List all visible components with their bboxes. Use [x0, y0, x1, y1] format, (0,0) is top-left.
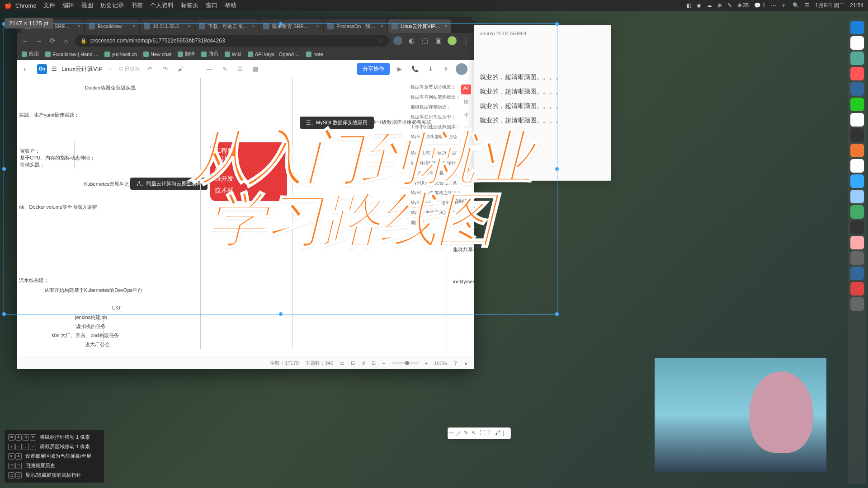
time-label[interactable]: 21:54 — [850, 2, 863, 9]
status-icon[interactable]: 💬 1 — [754, 2, 765, 9]
mindmap-node[interactable]: 集群共享存储 — [453, 246, 474, 253]
bookmark-item[interactable]: Excalidraw | Hand-... — [45, 52, 98, 57]
menu-icon[interactable]: ⋮ — [461, 36, 470, 45]
mindmap-node[interactable]: inotify/sersync — [453, 279, 474, 284]
sb-icon[interactable]: ⊕ — [361, 360, 365, 366]
tab[interactable]: 下载 - 可道云-私有云存储&...× — [195, 19, 259, 33]
mindmap-node[interactable]: Docker容器企业级实战 — [85, 84, 136, 91]
tab-active[interactable]: Linux云计算VIP-ProcessOn× — [388, 19, 451, 33]
bookmark-item[interactable]: API keys - OpenAI... — [248, 52, 300, 57]
text-icon[interactable]: T — [487, 430, 495, 437]
mindmap-node[interactable]: 从零开始构建基于Kubernetes的DevOps平台 — [44, 287, 142, 294]
tool-icon[interactable]: — — [204, 64, 215, 75]
bookmark-item[interactable]: 应用 — [22, 51, 39, 57]
line-icon[interactable]: ／ — [456, 430, 463, 437]
mindmap-node-box[interactable]: 三、MySQL数据库实战应用 — [300, 117, 374, 129]
dock-app[interactable] — [850, 21, 864, 34]
sb-icon[interactable]: ？ — [453, 360, 458, 366]
apple-icon[interactable]: 🍎 — [5, 2, 12, 9]
send-icon[interactable]: ✈ — [440, 64, 451, 75]
menu-file[interactable]: 文件 — [43, 1, 55, 9]
dock-app[interactable] — [850, 251, 864, 265]
pen-icon[interactable]: ✎ — [464, 430, 471, 437]
control-center-icon[interactable]: ☰ — [805, 2, 810, 9]
forward-button[interactable]: → — [34, 36, 43, 45]
menu-tabs[interactable]: 标签页 — [181, 1, 198, 9]
tool-icon[interactable]: ⬚ — [461, 125, 471, 135]
dock-app[interactable] — [850, 190, 864, 203]
mindmap-node[interactable]: nk、Docker volume等全面深入讲解 — [19, 204, 97, 211]
sb-icon[interactable]: 🗂 — [340, 361, 344, 366]
mindmap-node[interactable]: 署账户； 基于CPU、内存的指标动态伸缩； 存储实践； — [20, 148, 95, 168]
tool-icon[interactable]: ▦ — [250, 64, 261, 75]
mindmap-node[interactable]: jenkins构建job — [75, 314, 107, 321]
zoom-slider[interactable] — [392, 362, 419, 364]
dock-app[interactable] — [850, 267, 864, 280]
zoom-out[interactable]: − — [382, 361, 385, 366]
ai-icon[interactable]: AI — [461, 84, 471, 94]
redo-icon[interactable]: ↷ — [160, 64, 170, 75]
menu-view[interactable]: 视图 — [81, 1, 93, 9]
call-icon[interactable]: 📞 — [410, 64, 420, 75]
bookmark-item[interactable]: 翻译 — [178, 51, 195, 57]
bookmark-item[interactable]: yuchaoit.cn — [104, 52, 137, 57]
tool-icon[interactable]: ✎ — [219, 64, 230, 75]
tool-icon[interactable]: ☁ — [461, 179, 471, 189]
status-icon[interactable]: ⊕ — [717, 2, 722, 9]
tool-icon[interactable]: ☰ — [235, 64, 245, 75]
sb-icon[interactable]: ● — [464, 361, 467, 366]
dock-app[interactable] — [850, 113, 864, 127]
status-icon[interactable]: ⋯ — [771, 2, 776, 9]
arrow-icon[interactable]: ↖ — [472, 430, 479, 437]
dock-app[interactable] — [850, 282, 864, 296]
more-icon[interactable]: | — [503, 430, 510, 437]
dock-app[interactable] — [850, 205, 864, 219]
dock-app[interactable] — [850, 174, 864, 188]
mindmap-node-box[interactable]: 八、阿里云计算与云原生架构 — [130, 178, 208, 190]
tab[interactable]: 10.211.55.5× — [140, 19, 194, 33]
dock-app[interactable] — [850, 128, 864, 142]
download-icon[interactable]: ⬇ — [425, 64, 436, 75]
status-icon[interactable]: ✎ — [727, 2, 732, 9]
highlight-icon[interactable]: 🖍 — [495, 430, 502, 437]
back-icon[interactable]: ‹ — [24, 65, 33, 73]
status-icon[interactable]: ◧ — [686, 2, 691, 9]
mindmap-node[interactable]: Kubernetes云原生之路 — [84, 181, 134, 188]
ext-icon[interactable] — [448, 36, 457, 45]
tool-icon[interactable]: ◇ — [461, 139, 471, 149]
dock-app[interactable] — [850, 36, 864, 50]
back-button[interactable]: ← — [21, 36, 30, 45]
sb-icon[interactable]: ⊡ — [351, 360, 355, 366]
dock-app[interactable] — [850, 82, 864, 96]
document-title[interactable]: Linux云计算VIP — [61, 65, 103, 73]
menu-icon[interactable]: ☰ — [52, 66, 57, 72]
share-button[interactable]: 分享协作 — [357, 63, 390, 75]
tab[interactable]: ProcessOn - 我的文件× — [324, 19, 387, 33]
mindmap-node[interactable]: 进大厂公会 — [85, 341, 110, 348]
wifi-icon[interactable]: ᯤ — [782, 2, 787, 9]
dock-app[interactable] — [850, 67, 864, 80]
home-button[interactable]: ⌂ — [61, 36, 71, 45]
date-label[interactable]: 1月9日 周二 — [815, 2, 844, 9]
tool-icon[interactable]: ⊕ — [461, 193, 471, 203]
mindmap-node[interactable]: EKF — [112, 305, 122, 310]
dock-app[interactable] — [850, 159, 864, 173]
search-icon[interactable]: 🔍 — [793, 2, 799, 9]
tool-icon[interactable]: ⊞ — [461, 98, 471, 108]
menu-profile[interactable]: 个人资料 — [150, 1, 174, 9]
menu-help[interactable]: 帮助 — [225, 1, 236, 9]
dock-app[interactable] — [850, 98, 864, 111]
mindmap-node[interactable]: 流水线构建； — [19, 277, 49, 284]
expand-icon[interactable]: ⛶ — [480, 430, 487, 437]
sb-icon[interactable]: ⊡ — [372, 360, 376, 366]
star-icon[interactable]: ☆ — [107, 66, 113, 72]
tab[interactable]: Excalidraw× — [85, 19, 139, 33]
dock-app[interactable] — [850, 52, 864, 65]
mindmap-node[interactable]: k8s 大厂、京东、pod构建任务 — [52, 332, 119, 339]
status-icon[interactable]: ☁ — [707, 2, 712, 9]
status-icon[interactable]: ◉ — [697, 2, 701, 9]
tab[interactable]: 猿来教育 SRE训练营学习计...× — [259, 19, 323, 33]
mindmap-node[interactable]: 虚拟机的任务 — [76, 323, 106, 330]
ext-icon[interactable]: ⬚ — [420, 36, 429, 45]
undo-icon[interactable]: ↶ — [144, 64, 155, 75]
